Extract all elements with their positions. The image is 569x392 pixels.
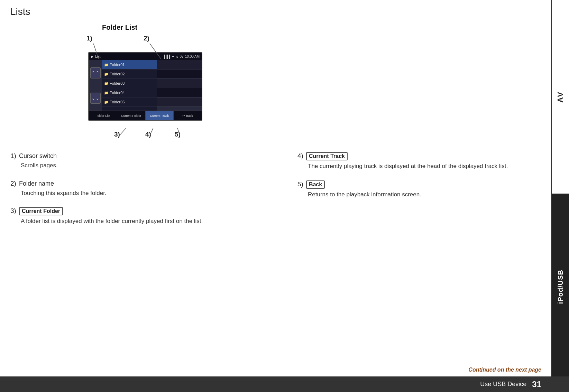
desc-item-1: 1) Cursor switch Scrolls pages. xyxy=(10,152,280,170)
page-label: Use USB Device xyxy=(480,381,526,388)
sidebar-av-label: AV xyxy=(556,91,565,103)
desc-body-3: A folder list is displayed with the fold… xyxy=(21,217,280,226)
sidebar-av: AV xyxy=(551,0,569,194)
desc-item-2: 2) Folder name Touching this expands the… xyxy=(10,180,280,198)
folder-item-4[interactable]: 📁 Folder04 xyxy=(102,88,157,97)
desc-header-1: 1) Cursor switch xyxy=(10,152,280,160)
status-bar-left: ▶ List xyxy=(91,55,101,58)
diagram-title: Folder List xyxy=(102,24,137,31)
diagram-container: 1) 2) ▶ List ▐▐▐ ✦ ♫ 07 10:00 AM ⌃⌃ ⌄⌄ xyxy=(67,35,213,142)
desc-body-2: Touching this expands the folder. xyxy=(21,189,280,198)
info-row-3 xyxy=(157,79,202,88)
cursor-down-btn[interactable]: ⌄⌄ xyxy=(90,93,101,104)
signal-icon: ▐▐▐ xyxy=(163,55,170,58)
time-label: 10:00 AM xyxy=(185,55,200,58)
status-bar-right: ▐▐▐ ✦ ♫ 07 10:00 AM xyxy=(163,55,200,58)
bottom-btn-current-folder[interactable]: Current Folder xyxy=(117,111,146,120)
desc-header-2: 2) Folder name xyxy=(10,180,280,187)
badge-back: Back xyxy=(306,180,325,189)
desc-num-5: 5) xyxy=(297,180,303,188)
bottom-page-bar: Use USB Device 31 xyxy=(0,376,569,392)
callout-5: 5) xyxy=(175,131,181,138)
folder-icon-4: 📁 xyxy=(104,91,108,95)
info-row-5 xyxy=(157,97,202,107)
status-bar: ▶ List ▐▐▐ ✦ ♫ 07 10:00 AM xyxy=(89,53,202,60)
desc-body-4: The currently playing track is displayed… xyxy=(308,162,547,171)
vol-icon: 07 xyxy=(180,55,184,58)
desc-header-4: 4) Current Track xyxy=(297,152,547,160)
desc-item-3: 3) Current Folder A folder list is displ… xyxy=(10,207,280,226)
desc-body-1: Scrolls pages. xyxy=(21,161,280,170)
folder-list-panel: 📁 Folder01 📁 Folder02 📁 Folder03 📁 Folde… xyxy=(102,60,157,111)
continued-text: Continued on the next page xyxy=(468,367,541,373)
music-icon: ♫ xyxy=(176,55,178,58)
folder-item-5[interactable]: 📁 Folder05 xyxy=(102,97,157,107)
desc-header-3: 3) Current Folder xyxy=(10,207,280,215)
desc-section-right: 4) Current Track The currently playing t… xyxy=(297,152,547,208)
folder-item-2[interactable]: 📁 Folder02 xyxy=(102,69,157,79)
folder-item-3[interactable]: 📁 Folder03 xyxy=(102,79,157,88)
screen-content: ⌃⌃ ⌄⌄ 📁 Folder01 📁 Folder02 📁 Folder03 xyxy=(89,60,202,111)
callout-3: 3) xyxy=(114,131,120,138)
info-row-2 xyxy=(157,69,202,79)
folder-name-4: Folder04 xyxy=(110,91,125,95)
desc-header-5: 5) Back xyxy=(297,180,547,189)
bottom-btn-current-track[interactable]: Current Track xyxy=(146,111,174,120)
info-panel xyxy=(157,60,202,111)
cursor-up-btn[interactable]: ⌃⌃ xyxy=(90,67,101,78)
sidebar-ipod-label: iPod/USB xyxy=(557,270,565,304)
cursor-panel: ⌃⌃ ⌄⌄ xyxy=(89,60,102,111)
callout-4: 4) xyxy=(145,131,151,138)
screen-icon: ▶ xyxy=(91,55,94,58)
svg-line-2 xyxy=(119,128,126,136)
info-row-1 xyxy=(157,60,202,69)
badge-current-folder: Current Folder xyxy=(19,207,63,215)
desc-num-3: 3) xyxy=(10,207,16,215)
callout-1: 1) xyxy=(86,35,92,42)
desc-item-5: 5) Back Returns to the playback informat… xyxy=(297,180,547,199)
folder-name-1: Folder01 xyxy=(110,63,125,67)
folder-icon-2: 📁 xyxy=(104,72,108,76)
badge-current-track: Current Track xyxy=(306,152,348,160)
desc-term-1: Cursor switch xyxy=(19,152,57,160)
bottom-buttons-bar: Folder List Current Folder Current Track… xyxy=(89,111,202,120)
desc-section-left: 1) Cursor switch Scrolls pages. 2) Folde… xyxy=(10,152,280,235)
folder-icon-3: 📁 xyxy=(104,82,108,85)
bottom-btn-back[interactable]: ↩ Back xyxy=(174,111,202,120)
info-row-4 xyxy=(157,88,202,97)
folder-icon-5: 📁 xyxy=(104,100,108,104)
page-number: 31 xyxy=(532,380,541,389)
desc-body-5: Returns to the playback information scre… xyxy=(308,190,547,199)
desc-term-2: Folder name xyxy=(19,180,54,187)
desc-num-1: 1) xyxy=(10,152,16,160)
sidebar-ipod: iPod/USB xyxy=(551,194,569,380)
callout-2: 2) xyxy=(144,35,149,42)
desc-num-2: 2) xyxy=(10,180,16,187)
folder-name-3: Folder03 xyxy=(110,81,125,85)
bt-icon: ✦ xyxy=(172,55,174,58)
status-label: List xyxy=(95,55,101,58)
folder-item-1[interactable]: 📁 Folder01 xyxy=(102,60,157,69)
desc-num-4: 4) xyxy=(297,152,303,160)
bottom-btn-folder-list[interactable]: Folder List xyxy=(89,111,117,120)
desc-item-4: 4) Current Track The currently playing t… xyxy=(297,152,547,171)
folder-name-2: Folder02 xyxy=(110,72,125,76)
device-screen: ▶ List ▐▐▐ ✦ ♫ 07 10:00 AM ⌃⌃ ⌄⌄ 📁 xyxy=(88,52,202,121)
page-title: Lists xyxy=(10,6,30,17)
folder-name-5: Folder05 xyxy=(110,100,125,104)
folder-icon-1: 📁 xyxy=(104,63,108,67)
